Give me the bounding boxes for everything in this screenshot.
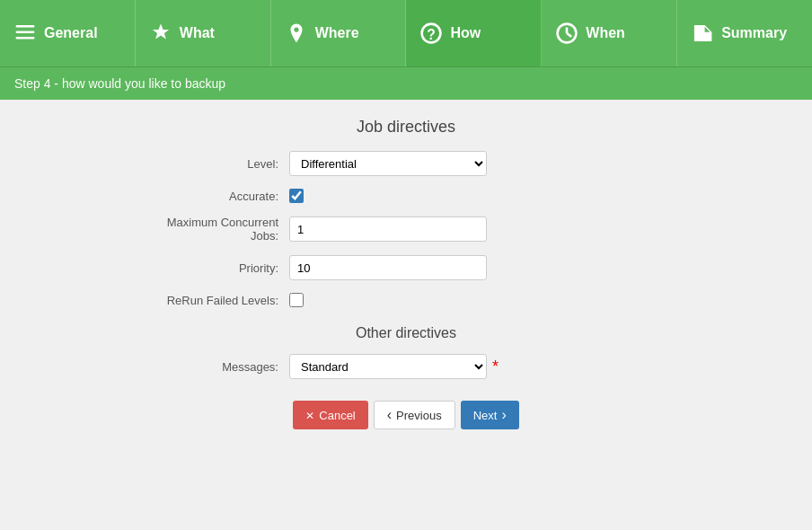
nav-item-summary[interactable]: Summary — [677, 0, 812, 66]
nav-item-when[interactable]: When — [542, 0, 677, 66]
rerun-label: ReRun Failed Levels: — [146, 294, 289, 307]
cancel-button[interactable]: Cancel — [293, 401, 367, 429]
messages-label: Messages: — [146, 360, 289, 374]
svg-line-7 — [567, 33, 571, 37]
summary-icon — [691, 22, 714, 45]
accurate-group: Accurate: — [146, 189, 666, 203]
nav-item-where[interactable]: Where — [271, 0, 407, 66]
nav-item-what[interactable]: What — [136, 0, 271, 66]
previous-label: Previous — [396, 409, 442, 422]
nav-label-where: Where — [315, 25, 359, 41]
list-icon — [13, 22, 37, 45]
svg-rect-1 — [16, 31, 35, 33]
step-label: Step 4 - how would you like to backup — [14, 76, 225, 91]
cancel-label: Cancel — [319, 409, 355, 422]
nav-item-how[interactable]: ? How — [406, 0, 542, 66]
next-label: Next — [473, 409, 498, 422]
accurate-checkbox[interactable] — [289, 189, 304, 203]
job-directives-title: Job directives — [146, 118, 666, 137]
svg-text:?: ? — [428, 27, 437, 42]
chevron-right-icon — [501, 407, 506, 423]
previous-button[interactable]: Previous — [374, 401, 455, 429]
required-star: * — [492, 358, 499, 376]
rerun-group: ReRun Failed Levels: — [146, 293, 666, 307]
nav-label-summary: Summary — [721, 25, 787, 41]
level-select[interactable]: Differential Full Incremental — [289, 151, 487, 176]
x-icon — [305, 409, 314, 422]
svg-rect-0 — [16, 25, 35, 28]
what-icon — [149, 22, 172, 45]
where-icon — [285, 22, 308, 45]
priority-group: Priority: — [146, 255, 666, 280]
when-icon — [555, 22, 578, 45]
level-group: Level: Differential Full Incremental — [146, 151, 666, 176]
nav-label-when: When — [586, 25, 625, 41]
step-bar: Step 4 - how would you like to backup — [0, 67, 812, 100]
svg-rect-2 — [16, 37, 35, 40]
chevron-left-icon — [387, 407, 392, 423]
nav-label-general: General — [44, 25, 98, 41]
accurate-label: Accurate: — [146, 190, 289, 203]
messages-select[interactable]: Standard — [289, 354, 487, 379]
rerun-checkbox[interactable] — [289, 293, 304, 307]
max-concurrent-input[interactable] — [289, 216, 487, 242]
next-button[interactable]: Next — [461, 401, 519, 429]
other-directives-title: Other directives — [146, 325, 666, 341]
nav-item-general[interactable]: General — [0, 0, 136, 66]
priority-input[interactable] — [289, 255, 487, 280]
messages-group: Messages: Standard * — [146, 354, 666, 379]
max-concurrent-group: Maximum Concurrent Jobs: — [146, 216, 666, 243]
nav-bar: General What Where ? How — [0, 0, 812, 67]
nav-label-how: How — [450, 25, 481, 41]
how-icon: ? — [419, 22, 443, 45]
nav-label-what: What — [180, 25, 215, 41]
max-concurrent-label: Maximum Concurrent Jobs: — [146, 216, 289, 243]
button-row: Cancel Previous Next — [146, 401, 666, 429]
main-content: Job directives Level: Differential Full … — [128, 100, 684, 447]
priority-label: Priority: — [146, 261, 289, 275]
level-label: Level: — [146, 157, 289, 171]
